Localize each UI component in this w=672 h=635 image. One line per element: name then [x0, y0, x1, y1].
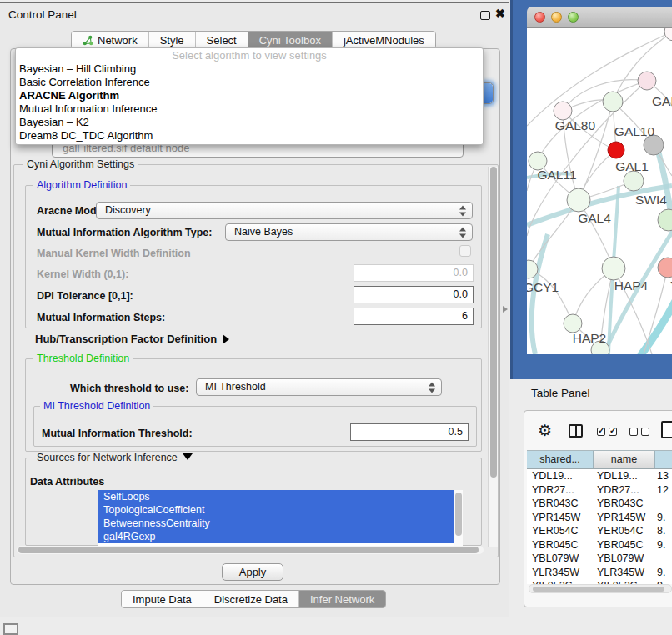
zoom-window-icon[interactable]	[568, 12, 579, 22]
node-label: GAL80	[555, 118, 596, 132]
column-header[interactable]: name	[594, 451, 655, 468]
table-cell: YLR345W	[594, 566, 655, 580]
network-window-titlebar[interactable]	[527, 7, 672, 28]
network-node[interactable]	[567, 188, 590, 212]
table-cell: 9.	[655, 511, 672, 525]
dpi-tolerance-field[interactable]: 0.0	[354, 286, 474, 303]
mi-threshold-field[interactable]: 0.5	[350, 423, 469, 441]
tab-label: Network	[98, 34, 138, 47]
combo-arrows-icon	[459, 227, 466, 238]
mi-type-value: Naive Bayes	[234, 226, 293, 238]
settings-vertical-scrollbar[interactable]	[488, 167, 498, 547]
network-node[interactable]	[603, 92, 623, 112]
combo-arrows-icon	[459, 205, 466, 216]
tab-jactivemnodules[interactable]: jActiveMNodules	[332, 32, 435, 48]
screen: Control Panel ✖ NetworkStyleSelectCyni T…	[0, 0, 672, 635]
table-horizontal-scrollbar[interactable]	[529, 584, 672, 593]
algorithm-option[interactable]: Mutual Information Inference	[16, 102, 483, 116]
column-header[interactable]	[655, 451, 672, 468]
select-all-check-icon2[interactable]	[609, 428, 617, 436]
network-node[interactable]	[638, 72, 656, 90]
network-node[interactable]	[554, 102, 572, 120]
close-window-icon[interactable]	[534, 12, 545, 22]
network-node[interactable]	[602, 257, 625, 280]
algorithm-option[interactable]: Bayesian – Hill Climbing	[16, 62, 483, 76]
hub-definition-expander[interactable]: Hub/Transcription Factor Definition	[35, 332, 229, 345]
network-node[interactable]	[664, 28, 672, 41]
mi-type-combo[interactable]: Naive Bayes	[225, 223, 473, 241]
table-row[interactable]: YBR043CYBR043C	[527, 497, 672, 511]
tab-label: jActiveMNodules	[344, 34, 424, 47]
settings-vertical-thumb[interactable]	[490, 167, 497, 478]
aracne-mode-combo[interactable]: Discovery	[96, 202, 473, 219]
table-cell: YER054C	[527, 524, 594, 538]
table-row[interactable]: YDR27...YDR27...12	[527, 483, 672, 498]
network-node[interactable]	[624, 171, 644, 191]
column-selector-icon[interactable]	[569, 424, 583, 438]
table-cell: YDR27...	[527, 483, 594, 498]
manual-kernel-checkbox[interactable]	[459, 245, 471, 257]
table-row[interactable]: YDL19...YDL19...13	[527, 469, 672, 483]
network-node[interactable]	[658, 258, 672, 278]
splitter-handle-icon[interactable]	[503, 306, 508, 312]
network-node[interactable]	[608, 142, 624, 158]
tab-select[interactable]: Select	[195, 32, 248, 48]
minimize-window-icon[interactable]	[551, 12, 562, 22]
node-label: SWI4	[635, 192, 667, 207]
select-all-check-icon[interactable]	[597, 428, 605, 436]
algorithm-option[interactable]: ARACNE Algorithm	[16, 89, 483, 102]
table-row[interactable]: YLR345WYLR345W9.	[527, 566, 672, 580]
table-cell: YPR145W	[527, 511, 594, 525]
table-horizontal-thumb[interactable]	[533, 587, 664, 592]
attributes-scrollbar[interactable]	[454, 490, 463, 546]
node-label: HAP2	[573, 331, 607, 345]
kernel-width-field[interactable]: 0.0	[354, 264, 474, 282]
table-row[interactable]: YBL079WYBL079W	[527, 552, 672, 566]
table-rows: YDL19...YDL19...13YDR27...YDR27...12YBR0…	[527, 469, 672, 584]
deselect-all-icon[interactable]	[629, 428, 638, 436]
minimized-panel-icon[interactable]	[3, 623, 18, 635]
mi-steps-field[interactable]: 6	[354, 308, 474, 325]
tab-label: Style	[160, 34, 184, 47]
algorithm-definition-title: Algorithm Definition	[33, 179, 130, 191]
tab-infer-network[interactable]: Infer Network	[298, 591, 385, 608]
settings-horizontal-thumb[interactable]	[18, 547, 479, 553]
column-header[interactable]: shared...	[527, 451, 594, 468]
algorithm-option[interactable]: Bayesian – K2	[16, 116, 483, 129]
network-node[interactable]	[564, 314, 582, 332]
table-row[interactable]: YER054CYER054C8.	[527, 524, 672, 538]
attribute-item[interactable]: gal4RGexp	[98, 530, 463, 543]
tab-style[interactable]: Style	[148, 32, 195, 48]
algorithm-option[interactable]: Dream8 DC_TDC Algorithm	[16, 129, 483, 142]
tab-cyni-toolbox[interactable]: Cyni Toolbox	[248, 32, 332, 48]
settings-horizontal-scrollbar[interactable]	[17, 546, 484, 554]
table-cell: 9.	[655, 566, 672, 580]
network-node[interactable]	[658, 209, 672, 231]
table-cell	[655, 497, 672, 511]
float-panel-icon[interactable]	[480, 11, 490, 20]
function-builder-icon[interactable]	[661, 421, 672, 438]
deselect-all-icon2[interactable]	[641, 428, 649, 436]
table-cell: 13	[655, 469, 672, 483]
manual-kernel-label: Manual Kernel Width Definition	[37, 248, 191, 259]
gear-icon[interactable]: ⚙	[538, 421, 552, 440]
tab-discretize-data[interactable]: Discretize Data	[203, 591, 298, 608]
attribute-item[interactable]: TopologicalCoefficient	[98, 503, 463, 517]
attribute-item[interactable]: BetweennessCentrality	[98, 517, 463, 530]
table-cell: 8.	[655, 524, 672, 538]
tab-network[interactable]: Network	[72, 32, 148, 48]
table-cell: YPR145W	[594, 511, 655, 525]
tab-impute-data[interactable]: Impute Data	[122, 591, 203, 608]
table-row[interactable]: YPR145WYPR145W9.	[527, 511, 672, 525]
table-row[interactable]: YBR045CYBR045C9.	[527, 538, 672, 552]
close-icon[interactable]: ✖	[495, 7, 505, 20]
data-attributes-list[interactable]: SelfLoopsTopologicalCoefficientBetweenne…	[98, 490, 463, 546]
attributes-scrollbar-thumb[interactable]	[455, 492, 462, 536]
which-threshold-combo[interactable]: MI Threshold	[196, 378, 442, 396]
algorithm-option[interactable]: Basic Correlation Inference	[16, 76, 483, 89]
sources-group-title[interactable]: Sources for Network Inference	[33, 452, 196, 463]
network-canvas[interactable]: GALGAL80GAL10GAL1SWI4GAL11GAL4GCY1HAP4YH…	[527, 28, 672, 354]
tab-label: Cyni Toolbox	[259, 34, 321, 47]
apply-button[interactable]: Apply	[222, 563, 283, 581]
attribute-item[interactable]: SelfLoops	[98, 490, 463, 503]
